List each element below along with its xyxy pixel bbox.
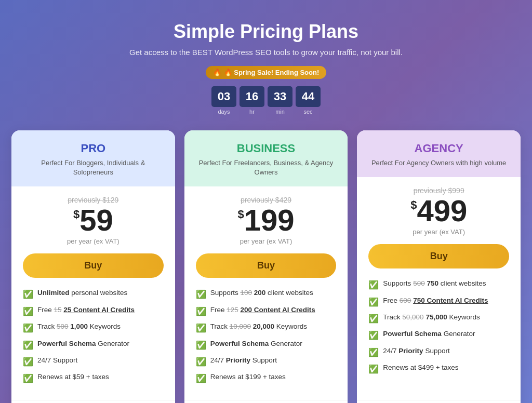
price-dollar-business: $ [237,208,244,221]
per-year-pro: per year (ex VAT) [23,237,164,245]
features-list-pro: ✅ Unlimited personal websites ✅ Free 15 … [23,288,164,389]
check-icon: ✅ [368,279,379,291]
countdown-seconds-label: sec [303,109,312,115]
check-icon: ✅ [368,347,379,358]
plan-card-agency: AGENCY Perfect For Agency Owners with hi… [357,130,521,403]
feature-pro-1: ✅ Unlimited personal websites [23,288,164,300]
plan-footer-business: By purchasing you agree to our Terms of … [184,400,348,403]
check-icon: ✅ [23,289,33,300]
check-icon: ✅ [23,340,33,351]
plan-desc-business: Perfect For Freelancers, Business, & Age… [195,158,338,177]
plan-body-agency: previously $999 $499 per year (ex VAT) B… [357,177,521,400]
plan-name-business: BUSINESS [195,142,338,155]
feature-business-5: ✅ 24/7 Priority Support [196,356,337,368]
plan-body-pro: previously $129 $59 per year (ex VAT) Bu… [11,186,175,399]
check-icon: ✅ [196,373,206,384]
feature-agency-1: ✅ Supports 500 750 client websites [368,279,509,291]
plans-grid: PRO Perfect For Bloggers, Individuals & … [11,130,521,403]
price-dollar-agency: $ [410,198,417,211]
price-dollar-pro: $ [73,208,79,221]
feature-agency-3: ✅ Track 50,000 75,000 Keywords [368,313,509,325]
countdown-days-label: days [218,109,230,115]
fire-icon: 🔥 [213,69,221,76]
plan-card-business: BUSINESS Perfect For Freelancers, Busine… [184,130,348,403]
plan-desc-agency: Perfect For Agency Owners with high volu… [367,158,510,168]
price-amount-business: 199 [244,203,295,237]
check-icon: ✅ [196,306,206,317]
plan-name-agency: AGENCY [367,142,510,155]
feature-agency-4: ✅ Powerful Schema Generator [368,329,509,341]
new-price-business: $199 [196,205,337,235]
countdown-seconds: 44 sec [296,86,321,115]
countdown-hours-value: 16 [240,86,264,107]
feature-business-4: ✅ Powerful Schema Generator [196,339,337,351]
per-year-business: per year (ex VAT) [196,237,337,245]
check-icon: ✅ [196,323,206,334]
features-list-business: ✅ Supports 100 200 client websites ✅ Fre… [196,288,337,389]
check-icon: ✅ [23,373,33,384]
feature-agency-5: ✅ 24/7 Priority Support [368,346,509,358]
feature-agency-2: ✅ Free 600 750 Content AI Credits [368,296,509,308]
check-icon: ✅ [368,330,379,341]
check-icon: ✅ [23,356,33,368]
new-price-pro: $59 [23,205,164,235]
check-icon: ✅ [368,313,379,325]
check-icon: ✅ [196,356,206,368]
plan-footer-pro: By purchasing you agree to our Terms of … [11,400,175,403]
check-icon: ✅ [196,340,206,351]
feature-pro-3: ✅ Track 500 1,000 Keywords [23,322,164,334]
feature-business-3: ✅ Track 10,000 20,000 Keywords [196,322,337,334]
plan-header-pro: PRO Perfect For Bloggers, Individuals & … [11,130,175,186]
countdown-minutes-value: 33 [268,86,292,107]
plan-header-business: BUSINESS Perfect For Freelancers, Busine… [184,130,348,186]
feature-pro-5: ✅ 24/7 Support [23,356,164,368]
buy-button-agency[interactable]: Buy [368,244,509,268]
sale-badge-text: 🔥 Spring Sale! Ending Soon! [224,69,320,76]
sale-badge: 🔥 🔥 Spring Sale! Ending Soon! [206,66,327,79]
plan-desc-pro: Perfect For Bloggers, Individuals & Solo… [22,158,165,177]
feature-business-1: ✅ Supports 100 200 client websites [196,288,337,300]
plan-name-pro: PRO [22,142,165,155]
price-amount-pro: 59 [79,203,113,237]
check-icon: ✅ [368,297,379,308]
countdown-minutes-label: min [275,109,285,115]
buy-button-pro[interactable]: Buy [23,253,164,278]
countdown-minutes: 33 min [268,86,292,115]
check-icon: ✅ [23,306,33,317]
feature-business-6: ✅ Renews at $199 + taxes [196,372,337,384]
countdown-days-value: 03 [211,86,236,107]
feature-business-2: ✅ Free 125 200 Content AI Credits [196,305,337,317]
feature-pro-4: ✅ Powerful Schema Generator [23,339,164,351]
check-icon: ✅ [196,289,206,300]
countdown-hours: 16 hr [240,86,264,115]
check-icon: ✅ [368,364,379,375]
page-subtitle: Get access to the BEST WordPress SEO too… [10,48,522,57]
plan-footer-agency: By purchasing you agree to our Terms of … [357,400,521,403]
buy-button-business[interactable]: Buy [196,253,337,278]
countdown-hours-label: hr [249,109,255,115]
feature-agency-6: ✅ Renews at $499 + taxes [368,363,509,375]
price-amount-agency: 499 [417,194,467,227]
plan-body-business: previously $429 $199 per year (ex VAT) B… [184,186,348,399]
features-list-agency: ✅ Supports 500 750 client websites ✅ Fre… [368,279,509,389]
countdown-days: 03 days [211,86,236,115]
feature-pro-2: ✅ Free 15 25 Content AI Credits [23,305,164,317]
new-price-agency: $499 [368,196,509,226]
plan-card-pro: PRO Perfect For Bloggers, Individuals & … [11,130,175,403]
per-year-agency: per year (ex VAT) [368,228,509,236]
check-icon: ✅ [23,323,33,334]
plan-header-agency: AGENCY Perfect For Agency Owners with hi… [357,130,521,177]
feature-pro-6: ✅ Renews at $59 + taxes [23,372,164,384]
countdown-seconds-value: 44 [296,86,321,107]
countdown-timer: 03 days 16 hr 33 min 44 sec [10,86,522,115]
page-title: Simple Pricing Plans [10,21,522,43]
